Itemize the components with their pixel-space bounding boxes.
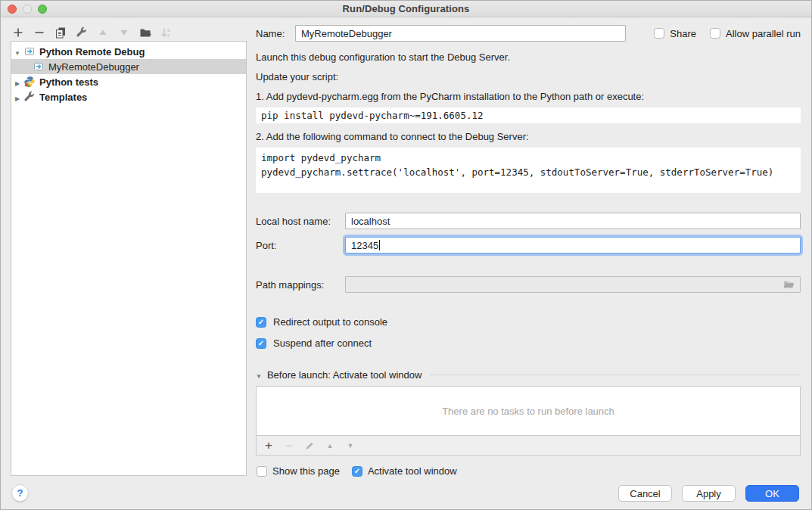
name-input[interactable]: MyRemoteDebugger bbox=[295, 25, 626, 42]
minimize-button[interactable] bbox=[23, 5, 32, 14]
code-line-2: pydevd_pycharm.settrace('localhost', por… bbox=[261, 166, 773, 178]
tree-item-myremotedebugger[interactable]: MyRemoteDebugger bbox=[11, 59, 246, 74]
code-line-1: import pydevd_pycharm bbox=[261, 152, 381, 163]
configuration-editor: Name: MyRemoteDebugger Share Allow paral… bbox=[256, 24, 801, 477]
port-label: Port: bbox=[256, 240, 345, 251]
new-folder-button[interactable] bbox=[138, 26, 152, 39]
before-launch-toolbar: + − bbox=[256, 436, 801, 456]
share-area: Share Allow parallel run bbox=[654, 28, 801, 39]
suspend-after-connect-checkbox-row[interactable]: Suspend after connect bbox=[256, 337, 801, 349]
move-down-button[interactable] bbox=[117, 26, 131, 39]
allow-parallel-run-label: Allow parallel run bbox=[726, 28, 801, 39]
step1-text: 1. Add pydevd-pycharm.egg from the PyCha… bbox=[256, 91, 801, 103]
local-host-label: Local host name: bbox=[256, 216, 345, 227]
port-input[interactable]: 12345 bbox=[345, 237, 801, 253]
edit-templates-button[interactable] bbox=[75, 26, 89, 39]
tree-item-label: Python Remote Debug bbox=[39, 46, 145, 58]
ok-button[interactable]: OK bbox=[745, 485, 799, 502]
activate-tool-window-label: Activate tool window bbox=[368, 465, 457, 477]
remove-icon bbox=[33, 26, 45, 39]
launch-instruction-text: Launch this debug configuration to start… bbox=[256, 51, 801, 64]
sort-alphabetically-icon: a z bbox=[160, 26, 173, 39]
tree-item-label: MyRemoteDebugger bbox=[48, 61, 139, 73]
show-this-page-checkbox[interactable] bbox=[257, 466, 267, 477]
traffic-lights bbox=[8, 5, 47, 14]
before-launch-task-list[interactable]: There are no tasks to run before launch bbox=[256, 386, 801, 436]
copy-icon bbox=[54, 26, 67, 39]
remove-configuration-button[interactable] bbox=[33, 26, 46, 39]
move-task-down-button[interactable] bbox=[345, 440, 356, 451]
new-folder-icon bbox=[139, 26, 151, 39]
add-configuration-button[interactable] bbox=[11, 26, 25, 39]
tree-item-python-remote-debug[interactable]: Python Remote Debug bbox=[11, 44, 246, 59]
empty-tasks-text: There are no tasks to run before launch bbox=[442, 406, 614, 417]
sort-configurations-button[interactable]: a z bbox=[160, 26, 173, 39]
name-row: Name: MyRemoteDebugger Share Allow paral… bbox=[256, 24, 801, 42]
configurations-toolbar: a z bbox=[11, 25, 173, 40]
edit-task-button[interactable] bbox=[304, 440, 315, 451]
chevron-down-icon[interactable] bbox=[11, 46, 23, 58]
remove-task-button[interactable]: − bbox=[284, 440, 294, 451]
local-host-row: Local host name: localhost bbox=[256, 213, 801, 229]
chevron-right-icon[interactable] bbox=[11, 92, 23, 103]
tree-item-templates[interactable]: Templates bbox=[11, 89, 246, 104]
share-checkbox[interactable] bbox=[654, 28, 664, 39]
svg-text:a: a bbox=[167, 27, 170, 33]
redirect-output-checkbox[interactable] bbox=[256, 317, 266, 328]
name-value: MyRemoteDebugger bbox=[301, 28, 392, 39]
tree-item-python-tests[interactable]: Python tests bbox=[11, 74, 246, 89]
move-up-icon bbox=[97, 26, 109, 39]
move-up-button[interactable] bbox=[96, 26, 110, 39]
move-task-up-button[interactable] bbox=[325, 440, 335, 451]
redirect-output-label: Redirect output to console bbox=[273, 316, 387, 328]
path-mappings-label: Path mappings: bbox=[256, 279, 345, 291]
before-launch-title: Before launch: Activate tool window bbox=[267, 369, 422, 381]
chevron-right-icon[interactable] bbox=[11, 76, 23, 88]
path-mappings-input[interactable] bbox=[345, 276, 801, 293]
section-divider bbox=[430, 375, 801, 375]
update-script-text: Update your script: bbox=[256, 71, 801, 83]
svg-text:z: z bbox=[167, 33, 170, 38]
window-title: Run/Debug Configurations bbox=[343, 3, 470, 14]
zoom-button[interactable] bbox=[38, 5, 47, 14]
show-this-page-label: Show this page bbox=[272, 465, 340, 477]
port-row: Port: 12345 bbox=[256, 237, 801, 253]
section-collapse-icon[interactable] bbox=[256, 369, 262, 381]
allow-parallel-run-checkbox[interactable] bbox=[710, 28, 720, 39]
copy-configuration-button[interactable] bbox=[54, 26, 67, 39]
edit-templates-wrench-icon bbox=[76, 26, 88, 39]
add-task-button[interactable]: + bbox=[263, 440, 274, 451]
before-launch-header[interactable]: Before launch: Activate tool window bbox=[256, 369, 801, 381]
help-icon: ? bbox=[17, 487, 23, 499]
name-label: Name: bbox=[256, 28, 295, 39]
show-this-page-checkbox-group[interactable]: Show this page bbox=[257, 465, 340, 477]
settrace-code-block: import pydevd_pycharm pydevd_pycharm.set… bbox=[256, 148, 801, 193]
pip-install-command: pip install pydevd-pycharm~=191.6605.12 bbox=[256, 107, 801, 123]
help-button[interactable]: ? bbox=[11, 484, 29, 502]
move-down-icon bbox=[118, 26, 130, 39]
open-folder-icon[interactable] bbox=[782, 278, 795, 291]
remote-debug-icon bbox=[33, 61, 45, 73]
text-cursor bbox=[379, 240, 380, 250]
apply-button[interactable]: Apply bbox=[682, 485, 736, 502]
allow-parallel-run-checkbox-group[interactable]: Allow parallel run bbox=[710, 28, 801, 39]
share-checkbox-group[interactable]: Share bbox=[654, 28, 696, 39]
suspend-after-connect-checkbox[interactable] bbox=[256, 338, 266, 349]
suspend-after-connect-label: Suspend after connect bbox=[273, 337, 372, 349]
path-mappings-row: Path mappings: bbox=[256, 276, 801, 293]
cancel-button[interactable]: Cancel bbox=[618, 485, 672, 502]
redirect-output-checkbox-row[interactable]: Redirect output to console bbox=[256, 316, 801, 328]
close-button[interactable] bbox=[8, 5, 17, 14]
python-tests-icon bbox=[23, 76, 36, 88]
wrench-icon bbox=[23, 91, 36, 103]
tree-item-label: Python tests bbox=[39, 76, 98, 88]
share-label: Share bbox=[670, 28, 696, 39]
remote-debug-icon bbox=[23, 45, 36, 58]
dialog-buttons: Cancel Apply OK bbox=[618, 485, 799, 502]
activate-tool-window-checkbox-group[interactable]: Activate tool window bbox=[352, 465, 457, 477]
local-host-input[interactable]: localhost bbox=[345, 213, 801, 229]
port-value: 12345 bbox=[351, 240, 378, 251]
step2-text: 2. Add the following command to connect … bbox=[256, 131, 801, 143]
activate-tool-window-checkbox[interactable] bbox=[352, 466, 362, 477]
tree-item-label: Templates bbox=[39, 92, 87, 103]
